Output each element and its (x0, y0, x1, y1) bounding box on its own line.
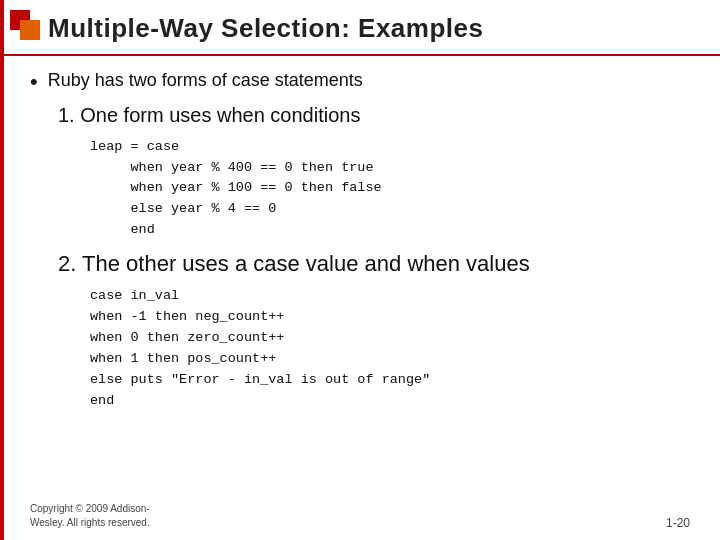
section2-code: case in_val when -1 then neg_count++ whe… (90, 286, 690, 412)
decorative-squares (10, 10, 38, 46)
slide-title: Multiple-Way Selection: Examples (48, 13, 483, 44)
code-line-2-1: when -1 then neg_count++ (90, 307, 690, 328)
bullet-item-1: • Ruby has two forms of case statements (30, 68, 690, 97)
slide-footer: Copyright © 2009 Addison- Wesley. All ri… (30, 502, 690, 530)
code-line-2-4: else puts "Error - in_val is out of rang… (90, 370, 690, 391)
page-number: 1-20 (666, 516, 690, 530)
bullet-dot-1: • (30, 68, 38, 97)
slide-content: • Ruby has two forms of case statements … (0, 56, 720, 422)
copyright-line2: Wesley. All rights reserved. (30, 517, 150, 528)
code-line-1-2: when year % 100 == 0 then false (90, 178, 690, 199)
section1-heading: 1. One form uses when conditions (58, 101, 690, 129)
code-line-1-0: leap = case (90, 137, 690, 158)
section1-code: leap = case when year % 400 == 0 then tr… (90, 137, 690, 242)
bullet-text-1: Ruby has two forms of case statements (48, 68, 363, 93)
code-line-1-3: else year % 4 == 0 (90, 199, 690, 220)
code-line-1-1: when year % 400 == 0 then true (90, 158, 690, 179)
copyright-line1: Copyright © 2009 Addison- (30, 503, 150, 514)
slide-header: Multiple-Way Selection: Examples (0, 0, 720, 56)
slide: Multiple-Way Selection: Examples • Ruby … (0, 0, 720, 540)
code-line-1-4: end (90, 220, 690, 241)
code-line-2-3: when 1 then pos_count++ (90, 349, 690, 370)
left-accent-bar (0, 0, 4, 540)
orange-square (20, 20, 40, 40)
code-line-2-5: end (90, 391, 690, 412)
copyright-text: Copyright © 2009 Addison- Wesley. All ri… (30, 502, 150, 530)
code-line-2-2: when 0 then zero_count++ (90, 328, 690, 349)
code-line-2-0: case in_val (90, 286, 690, 307)
section2-heading-text: 2. The other uses a case value and when … (58, 251, 530, 276)
section2-heading: 2. The other uses a case value and when … (58, 249, 690, 280)
